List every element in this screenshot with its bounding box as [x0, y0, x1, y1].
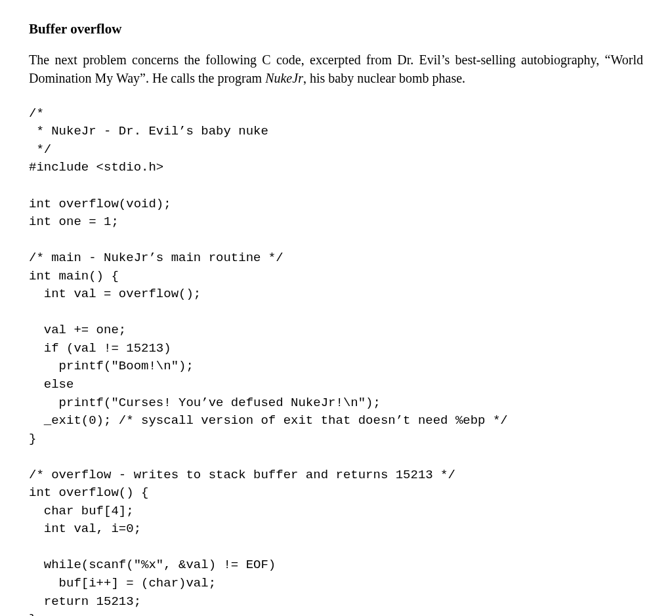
section-heading: Buffer overflow [29, 21, 643, 37]
program-name: NukeJr [265, 71, 303, 85]
document-page: Buffer overflow The next problem concern… [0, 0, 672, 616]
intro-text-after: , his baby nuclear bomb phase. [303, 71, 465, 85]
code-block: /* * NukeJr - Dr. Evil’s baby nuke */ #i… [29, 105, 643, 616]
intro-paragraph: The next problem concerns the following … [29, 51, 643, 88]
